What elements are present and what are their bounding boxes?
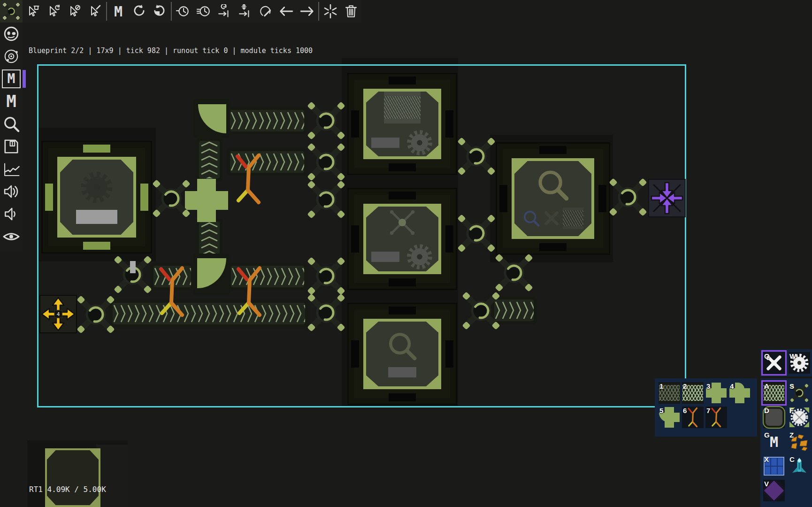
progress-bar	[388, 367, 416, 377]
module-m-button[interactable]: M	[0, 90, 23, 113]
machine-port	[351, 225, 359, 253]
rotate-cw-button[interactable]	[149, 0, 170, 23]
hotbar-slot-5[interactable]: 5	[659, 407, 680, 428]
hotbar-slot-7[interactable]: 7	[705, 407, 727, 428]
machine-port	[140, 184, 148, 211]
visibility-eye-button[interactable]	[0, 225, 23, 248]
hotbar-slot-q[interactable]: Q	[763, 352, 785, 374]
belt-node[interactable]	[305, 292, 347, 334]
sound-muted-button[interactable]	[0, 203, 23, 225]
belt-top-row[interactable]	[230, 110, 304, 131]
save-floppy-button[interactable]	[0, 135, 23, 158]
item-splitter-icon	[710, 407, 722, 428]
belt-node[interactable]	[305, 100, 347, 142]
item-splitter[interactable]	[234, 153, 262, 205]
sound-on-button[interactable]	[0, 180, 23, 203]
toolbar-divider	[318, 2, 319, 21]
belt-node[interactable]	[607, 176, 649, 218]
recipe-belt-icon	[384, 92, 421, 123]
hotbar-slot-d[interactable]: D	[763, 407, 785, 428]
marker-m-button[interactable]: M	[108, 0, 129, 23]
belt-node[interactable]	[75, 293, 117, 336]
cursor-delete-button[interactable]	[23, 0, 43, 23]
belt-node[interactable]	[455, 212, 498, 254]
hotbar-slot-2[interactable]: 2	[682, 382, 704, 404]
hotbar-slot-3[interactable]: 3	[705, 382, 727, 404]
machine-assembler-middle[interactable]	[347, 188, 457, 290]
hotbar-letters-panel: A S D F G M Z X	[760, 378, 812, 507]
output-portal[interactable]	[648, 179, 686, 217]
cursor-undo-button[interactable]	[43, 0, 64, 23]
belt-curve-bottom[interactable]	[193, 254, 230, 295]
rotate-ccw-button[interactable]	[129, 0, 149, 23]
belt-curve-top[interactable]	[193, 99, 230, 138]
input-portal[interactable]: 4	[39, 295, 77, 333]
belt-node[interactable]	[305, 178, 347, 221]
machine-port	[389, 77, 416, 84]
cursor-edit-button[interactable]	[84, 0, 105, 23]
zoom-search-button[interactable]	[0, 113, 23, 135]
machine-assembler-top[interactable]	[347, 73, 457, 175]
machine-port	[445, 110, 453, 138]
orbit-atom-button[interactable]	[0, 45, 23, 68]
recipe-node-icon	[387, 207, 417, 238]
arrow-left-icon	[279, 4, 294, 18]
machine-port	[45, 184, 53, 211]
hotbar-slot-x[interactable]: X	[763, 455, 785, 477]
hotbar-slot-6[interactable]: 6	[682, 407, 704, 428]
machine-analyzer-right[interactable]	[496, 142, 610, 255]
step-left-button[interactable]	[276, 0, 297, 23]
floppy-icon	[3, 138, 20, 155]
hotbar-slot-w[interactable]: W	[789, 352, 810, 374]
arrows-in-icon	[650, 181, 684, 215]
slot-key-label: 3	[706, 382, 710, 390]
run-to-start-button[interactable]	[214, 0, 235, 23]
machine-analyzer-bottom[interactable]	[347, 303, 457, 405]
slot-key-label: 7	[706, 407, 710, 415]
item-splitter[interactable]	[235, 265, 263, 318]
belt-spine-upper[interactable]	[199, 141, 220, 178]
belt-spine-lower[interactable]	[199, 222, 220, 254]
rotate-edit-button[interactable]	[255, 0, 276, 23]
cursor-delete-icon	[26, 5, 39, 18]
cursor-disable-button[interactable]	[64, 0, 84, 23]
step-right-button[interactable]	[297, 0, 317, 23]
module-m-boxed-button[interactable]: M	[0, 68, 23, 90]
hotbar-slot-1[interactable]: 1	[659, 382, 680, 404]
tick-back-button[interactable]	[173, 0, 193, 23]
machine-port	[389, 192, 416, 200]
clear-burst-button[interactable]	[320, 0, 341, 23]
slot-key-label: V	[764, 480, 769, 488]
slot-key-label: 4	[730, 382, 734, 390]
avatar-face-button[interactable]	[0, 23, 23, 45]
delete-trash-button[interactable]	[341, 0, 361, 23]
gear-icon	[80, 170, 114, 204]
machine-assembler-left[interactable]	[41, 141, 152, 254]
hotbar-slot-4[interactable]: 4	[729, 382, 751, 404]
belt-bottom-row[interactable]	[113, 303, 305, 324]
tick-back-icon	[176, 4, 190, 18]
stats-chart-button[interactable]	[0, 158, 23, 180]
belt-node[interactable]	[305, 141, 347, 183]
hotbar-numbers-panel: 1 2 3 4 5 6 7	[655, 378, 757, 437]
belt-node[interactable]	[493, 252, 535, 294]
belt-node[interactable]	[150, 177, 192, 220]
tick-forward-button[interactable]	[193, 0, 214, 23]
hotbar-slot-a[interactable]: A	[763, 382, 785, 404]
hotbar-slot-z[interactable]: Z	[789, 431, 810, 453]
crosser-logo-button[interactable]	[0, 0, 23, 23]
active-indicator	[23, 70, 26, 88]
item-splitter[interactable]	[158, 265, 186, 318]
run-to-end-button[interactable]	[235, 0, 255, 23]
hotbar-slot-v[interactable]: V	[763, 480, 785, 501]
hotbar-slot-s[interactable]: S	[789, 382, 810, 404]
belt-node[interactable]	[460, 290, 502, 332]
belt-node[interactable]	[455, 135, 498, 177]
hotbar-slot-g[interactable]: G M	[763, 431, 785, 453]
hotbar-slot-f[interactable]: F	[789, 407, 810, 428]
belt-node[interactable]	[112, 254, 154, 296]
slot-key-label: 1	[659, 382, 663, 390]
belt-node[interactable]	[305, 255, 347, 297]
recipe-magnifier-icon	[522, 209, 540, 227]
hotbar-slot-c[interactable]: C	[789, 455, 810, 477]
